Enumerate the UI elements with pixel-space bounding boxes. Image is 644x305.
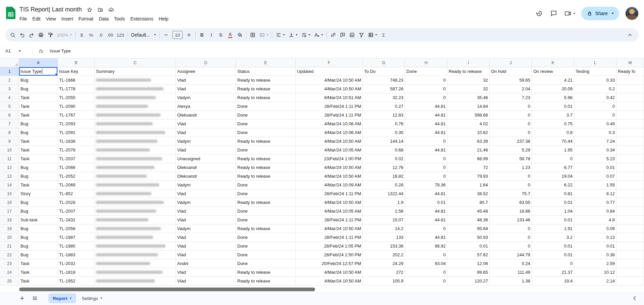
cell-B4[interactable]: TL-2055 [58,93,95,102]
cell-G14[interactable]: 0.28 [363,181,405,189]
row-header-15[interactable]: 15 [0,189,19,198]
cell-H20[interactable]: 44.81 [405,233,447,242]
column-header-C[interactable]: C [95,58,176,67]
cell-K20[interactable]: 3.2 [532,233,574,242]
cell-H16[interactable]: 0.01 [405,198,447,207]
cell-B3[interactable]: TL-1778 [58,85,95,93]
cell-G11[interactable]: 0.02 [363,155,405,163]
cell-A8[interactable]: Bug [19,128,58,137]
row-header-4[interactable]: 4 [0,93,19,102]
column-header-F[interactable]: F [296,58,363,67]
column-header-L[interactable]: L [574,58,616,67]
cell-C8[interactable] [95,128,176,137]
strikethrough-button[interactable]: S [216,30,226,40]
cell-B16[interactable]: TL-2028 [58,198,95,207]
menu-insert[interactable]: Insert [59,15,76,23]
cell-D23[interactable]: Andrii [176,259,236,268]
cell-I4[interactable]: 35.46 [447,93,490,102]
cell-G17[interactable]: 2.56 [363,207,405,216]
chevron-left-icon[interactable] [630,294,639,303]
cell-L22[interactable]: 0.38 [574,251,616,259]
cell-G4[interactable]: 32.23 [363,93,405,102]
column-header-A[interactable]: A [19,58,58,67]
cell-G3[interactable]: 587.28 [363,85,405,93]
cell-A5[interactable]: Task [19,102,58,111]
cell-K12[interactable]: 6.77 [532,163,574,172]
cell-M20[interactable] [616,233,644,242]
cell-H13[interactable]: 0 [405,172,447,181]
cell-G2[interactable]: 748.23 [363,76,405,85]
cell-D18[interactable]: Vlad [176,216,236,224]
cell-E13[interactable]: Ready to release [236,172,296,181]
cell-J5[interactable]: 0 [490,102,532,111]
cell-C3[interactable] [95,85,176,93]
cell-G6[interactable]: 12.83 [363,111,405,120]
cell-L18[interactable]: 4.8 [574,216,616,224]
hide-toolbar-button[interactable] [625,30,635,40]
cell-H23[interactable]: 93.04 [405,259,447,268]
cell-J23[interactable]: 0.24 [490,259,532,268]
cell-J21[interactable]: 0 [490,242,532,251]
column-header-J[interactable]: J [490,58,532,67]
cell-E6[interactable]: Done [236,111,296,120]
cell-M15[interactable] [616,189,644,198]
text-color-button[interactable]: A [226,30,235,40]
cell-M3[interactable] [616,85,644,93]
cell-B13[interactable]: TL-2052 [58,172,95,181]
cell-K9[interactable]: 70.44 [532,137,574,146]
cell-A2[interactable]: Bug [19,76,58,85]
cell-C10[interactable] [95,146,176,155]
cell-L1[interactable]: Testing [574,67,616,76]
cell-B18[interactable]: TL-1832 [58,216,95,224]
cell-D10[interactable]: Vlad [176,146,236,155]
cell-B20[interactable]: TL-1987 [58,233,95,242]
menu-edit[interactable]: Edit [30,15,43,23]
insert-link-button[interactable] [329,30,338,40]
bold-button[interactable]: B [197,30,207,40]
vertical-align-button[interactable] [287,30,299,40]
cell-K23[interactable]: 0 [532,259,574,268]
cell-F6[interactable]: 28/Feb/24 1:11 PM [296,111,363,120]
menu-help[interactable]: Help [156,15,171,23]
row-header-22[interactable]: 22 [0,251,19,259]
cell-A16[interactable]: Bug [19,198,58,207]
cell-L19[interactable]: 0.09 [574,224,616,233]
cell-F25[interactable]: 4/Mar/24 10:50 AM [296,277,363,286]
cell-L20[interactable]: 0.13 [574,233,616,242]
cell-A20[interactable]: Bug [19,233,58,242]
share-button[interactable]: Share [581,7,619,20]
cell-E3[interactable]: Ready to release [236,85,296,93]
cell-M23[interactable] [616,259,644,268]
cell-D24[interactable]: Vlad [176,268,236,277]
cell-C22[interactable] [95,251,176,259]
cell-J12[interactable]: 1.23 [490,163,532,172]
cell-H6[interactable]: 44.81 [405,111,447,120]
cell-D20[interactable]: Vlad [176,233,236,242]
cell-J8[interactable]: 0 [490,128,532,137]
cell-D5[interactable]: Alesya [176,102,236,111]
cell-J16[interactable]: 63.55 [490,198,532,207]
cell-A10[interactable]: Task [19,146,58,155]
column-header-D[interactable]: D [176,58,236,67]
cell-L7[interactable]: 0.49 [574,120,616,128]
cell-D21[interactable]: Vlad [176,242,236,251]
cell-B10[interactable]: TL-2078 [58,146,95,155]
cell-M10[interactable] [616,146,644,155]
column-header-K[interactable]: K [532,58,574,67]
cell-A7[interactable]: Bug [19,120,58,128]
cell-E7[interactable]: Done [236,120,296,128]
cell-C7[interactable] [95,120,176,128]
cell-D9[interactable]: Vadym [176,137,236,146]
font-family-button[interactable]: Default... [130,30,158,40]
cell-C16[interactable] [95,198,176,207]
cell-E5[interactable]: Done [236,102,296,111]
cell-J1[interactable]: On hold [490,67,532,76]
cell-M4[interactable] [616,93,644,102]
cell-L13[interactable]: 0.07 [574,172,616,181]
print-button[interactable] [36,30,46,40]
cell-D12[interactable]: Oleksandr [176,163,236,172]
paint-format-button[interactable] [46,30,55,40]
increase-decimal-places-button[interactable]: .00 [105,30,115,40]
cell-I16[interactable]: 80.7 [447,198,490,207]
cell-B19[interactable]: TL-2056 [58,224,95,233]
